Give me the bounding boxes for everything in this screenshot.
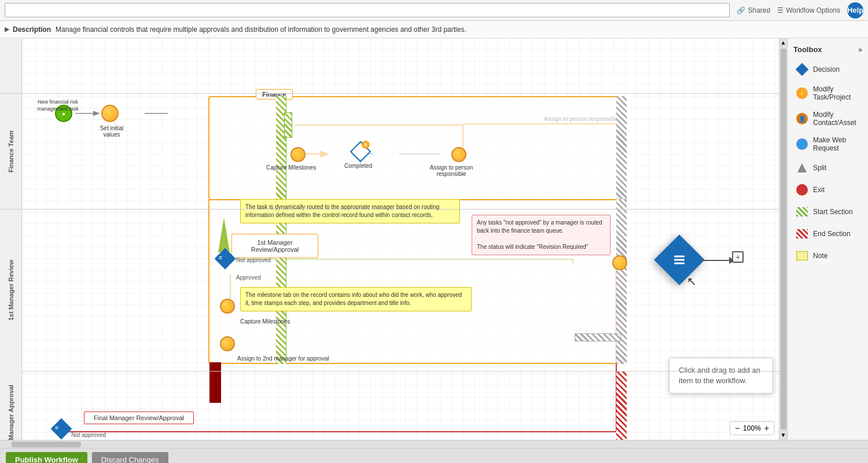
toolbox-split[interactable]: Split (790, 157, 866, 178)
toolbox-exit[interactable]: Exit (790, 179, 866, 200)
start-section-icon (796, 205, 808, 218)
toolbox-title: Toolbox (793, 45, 822, 54)
diamond-arrow (700, 257, 735, 264)
split-icon (796, 161, 808, 174)
exit-label: Exit (813, 186, 825, 194)
approved-label-1: Approved (236, 274, 261, 281)
h-scroll-thumb[interactable] (12, 442, 81, 447)
zoom-controls: − 100% + (730, 421, 774, 435)
new-task-label: New financial risk management task (32, 99, 84, 112)
share-icon: 🔗 (737, 6, 745, 14)
not-approved-label-1: Not approved (236, 257, 271, 263)
assign-2nd-label: Assign to 2nd manager for approval (237, 355, 329, 362)
not-approved-label-2: Not approved (71, 432, 106, 438)
final-manager-text-box[interactable]: Final Manager Review/Approval (84, 411, 194, 424)
workflow-canvas-area[interactable]: Finance Team 1st Manager Review 2nd Mana… (0, 38, 779, 440)
capture-milestones-1-label: Capture Milestones (266, 164, 316, 171)
decision-icon (796, 63, 808, 76)
web-request-icon: 🌐 (796, 138, 808, 150)
add-node-button[interactable]: + (732, 251, 744, 263)
toolbox-header: Toolbox » (788, 43, 868, 58)
toolbox-decision[interactable]: Decision (790, 59, 866, 80)
lane-label-finance: Finance Team (0, 93, 22, 209)
completed-label: Completed (344, 163, 372, 169)
toolbox-modify-contact[interactable]: 👤 Modify Contact/Asset (790, 106, 866, 131)
decision-label: Decision (813, 65, 840, 74)
modify-task-label: Modify Task/Project (813, 85, 860, 101)
section-bar-bottom (575, 333, 621, 341)
modify-contact-icon: 👤 (796, 112, 808, 125)
not-approved-routing-note: Any tasks "not approved" by a manager is… (472, 215, 610, 255)
shared-button[interactable]: 🔗 Shared (737, 6, 770, 14)
assign-person-node[interactable]: ⚡ (451, 147, 466, 162)
menu-icon: ☰ (777, 6, 784, 14)
zoom-minus-button[interactable]: − (735, 424, 740, 433)
scroll-thumb[interactable] (781, 49, 786, 429)
finance-section-box: Finance (208, 96, 625, 200)
note-icon (796, 249, 808, 262)
split-label: Split (813, 164, 826, 172)
workflow-options-button[interactable]: ☰ Workflow Options (777, 6, 840, 14)
end-section-label: End Section (813, 230, 851, 238)
toolbox-expand-button[interactable]: » (858, 46, 862, 54)
scroll-down-button[interactable]: ▼ (780, 432, 787, 439)
equals-icon: = (219, 255, 222, 261)
scroll-up-button[interactable]: ▲ (780, 39, 787, 46)
bottom-toolbar: Publish Workflow Discard Changes (0, 448, 868, 463)
drag-tooltip: Click and drag to add an item to the wor… (669, 358, 773, 394)
lane-label-first-manager: 1st Manager Review (0, 209, 22, 371)
start-section-label: Start Section (813, 208, 853, 216)
capture-milestones-2-node[interactable]: ⚡ (220, 299, 235, 314)
end-section-icon (796, 227, 808, 240)
exit-icon (796, 183, 808, 196)
vertical-scrollbar[interactable]: ▲ ▼ (779, 38, 787, 440)
zoom-plus-button[interactable]: + (764, 424, 769, 433)
cursor: ↖ (687, 274, 697, 288)
horizontal-scrollbar[interactable] (0, 440, 868, 448)
first-manager-text-box[interactable]: 1st Manager Review/Approval (231, 234, 318, 258)
svg-marker-17 (218, 218, 230, 252)
milestone-tab-note: The milestone tab on the record contains… (240, 287, 472, 311)
workflow-title-input[interactable]: Controls-(Example 3)-Financial Workflow (5, 3, 730, 17)
decision-green-left (218, 218, 230, 252)
end-section-finance-right (616, 96, 627, 200)
lane-sep-3 (22, 371, 779, 372)
toolbox-web-request[interactable]: 🌐 Make Web Request (790, 132, 866, 156)
description-text: Manage financial controls that require m… (56, 25, 466, 34)
five-badge: 5 (362, 141, 370, 149)
description-row: ▶ Description Manage financial controls … (0, 21, 868, 38)
toolbox-modify-task[interactable]: ⚡ Modify Task/Project (790, 81, 866, 105)
start-section-manager (276, 199, 286, 364)
dark-red-bar (209, 362, 221, 403)
discard-changes-button[interactable]: Discard Changes (92, 452, 168, 463)
modify-task-icon: ⚡ (796, 87, 808, 100)
start-section-finance (276, 96, 286, 200)
set-initial-values-label: Set initial values (91, 125, 132, 138)
end-section-2nd-right (616, 371, 627, 440)
lane-sep-1 (22, 93, 779, 94)
toolbox-panel: Toolbox » Decision ⚡ Modify Task/Project… (787, 38, 868, 440)
help-button[interactable]: Help (847, 2, 863, 19)
description-toggle[interactable]: ▶ (5, 25, 9, 33)
lane-label-second-manager: 2nd Manager Approval (0, 371, 22, 440)
assign-2nd-node[interactable]: ⚡ (220, 336, 235, 351)
publish-workflow-button[interactable]: Publish Workflow (6, 452, 87, 463)
decision-equals-2[interactable] (51, 418, 72, 440)
set-initial-values-node[interactable]: ⚡ (101, 105, 119, 122)
web-request-label: Make Web Request (813, 136, 860, 152)
dynamic-routing-note: The task is dynamically routed to the ap… (240, 199, 460, 223)
toolbox-end-section[interactable]: End Section (790, 223, 866, 244)
main-area: Finance Team 1st Manager Review 2nd Mana… (0, 38, 868, 440)
section-bar-finance-left (284, 112, 292, 138)
toolbox-start-section[interactable]: Start Section (790, 201, 866, 222)
finance-section-title: Finance (256, 89, 293, 100)
lane-sep-2 (22, 209, 779, 210)
not-approved-orange[interactable]: ⚡ (612, 255, 627, 270)
header-right: 🔗 Shared ☰ Workflow Options Help (737, 2, 863, 19)
modify-contact-label: Modify Contact/Asset (813, 111, 860, 127)
big-diamond-dragging[interactable] (654, 234, 705, 285)
zoom-level: 100% (743, 424, 761, 432)
header: Controls-(Example 3)-Financial Workflow … (0, 0, 868, 21)
toolbox-note[interactable]: Note (790, 245, 866, 266)
capture-milestones-1[interactable]: ⚡ (290, 147, 306, 162)
